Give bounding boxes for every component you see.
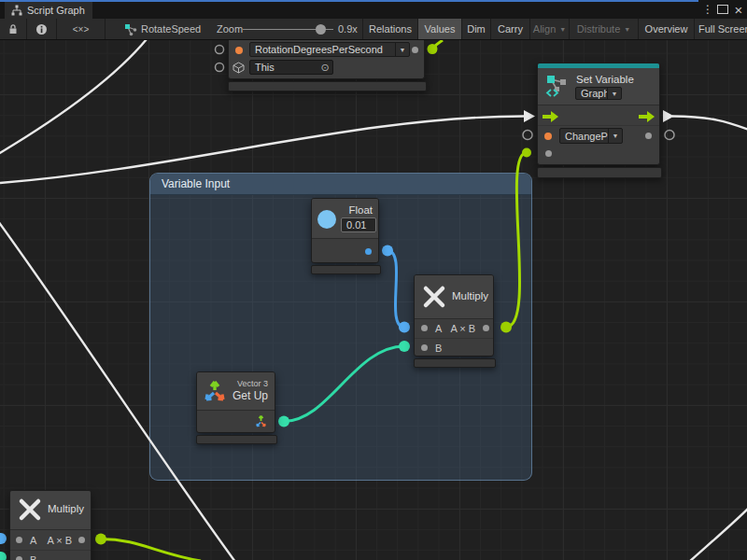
button-relations[interactable]: Relations — [363, 19, 417, 39]
wire-end-dot[interactable] — [500, 322, 512, 333]
tab-script-graph[interactable]: Script Graph — [5, 2, 92, 19]
float-type-icon — [317, 210, 336, 229]
button-full-screen[interactable]: Full Screen — [695, 19, 747, 39]
target-field[interactable]: This ⊙ — [249, 60, 333, 75]
chevron-down-icon: ▼ — [607, 88, 621, 99]
chevron-down-icon: ▼ — [608, 129, 622, 143]
value-output-port[interactable] — [645, 133, 652, 139]
float-value-field[interactable]: 0.01 — [341, 217, 376, 232]
node-set-variable[interactable]: Set Variable Graph ▼ ChangePos ▼ — [537, 63, 660, 165]
value-input-port[interactable] — [545, 150, 552, 157]
chevron-down-icon: ▼ — [395, 43, 409, 56]
focus-accent-line — [0, 0, 698, 2]
variable-port[interactable] — [544, 133, 552, 140]
variable-name: ChangePos — [560, 131, 608, 142]
variable-port[interactable] — [235, 47, 243, 54]
wire-end-dot[interactable] — [399, 341, 410, 352]
script-graph-window: Variable Input — [0, 0, 747, 560]
multiply-icon — [18, 497, 42, 522]
wire-end-dot[interactable] — [522, 148, 531, 158]
info-button[interactable] — [27, 19, 56, 39]
node-header[interactable]: Vector 3 Get Up — [197, 372, 275, 411]
tab-title: Script Graph — [27, 5, 85, 16]
node-title: Get Up — [233, 389, 268, 402]
node-title: Multiply — [452, 290, 488, 301]
value-output-port[interactable] — [412, 47, 418, 53]
node-type-label: Vector 3 — [237, 379, 268, 388]
group-title: Variable Input — [162, 177, 230, 190]
port-label-result: A × B — [450, 323, 475, 334]
node-title: Float — [348, 204, 373, 216]
flow-in-arrow-icon[interactable] — [543, 110, 559, 123]
menu-kebab-icon[interactable]: ⋮ — [701, 0, 714, 19]
zoom-value: 0.9x — [338, 19, 358, 39]
button-values[interactable]: Values — [418, 19, 461, 39]
flow-out-arrow-icon[interactable] — [639, 110, 655, 123]
input-port-b[interactable] — [16, 556, 22, 560]
node-multiply-2[interactable]: Multiply A A × B B — [9, 490, 92, 560]
code-view-button[interactable]: <×> — [57, 19, 105, 39]
variable-name: RotationDegreesPerSecond — [250, 44, 395, 55]
port-label-b: B — [435, 343, 442, 354]
maximize-icon[interactable] — [715, 0, 730, 19]
input-port-b[interactable] — [421, 344, 428, 351]
object-picker-icon[interactable]: ⊙ — [317, 62, 332, 74]
close-icon[interactable]: × — [732, 0, 745, 19]
lock-icon — [7, 23, 19, 35]
scope-value: Graph — [576, 88, 607, 99]
group-header[interactable]: Variable Input — [150, 174, 531, 195]
input-port-a[interactable] — [421, 325, 428, 331]
node-header[interactable]: Float 0.01 — [312, 199, 378, 239]
value-output-port[interactable] — [365, 248, 372, 255]
graph-hierarchy-icon — [11, 5, 22, 16]
button-dim[interactable]: Dim — [462, 19, 490, 39]
wire-end-dot[interactable] — [399, 322, 410, 333]
wire-end-dot[interactable] — [278, 416, 289, 427]
variable-name-dropdown[interactable]: ChangePos ▼ — [559, 128, 623, 144]
node-header[interactable]: Set Variable Graph ▼ — [538, 68, 659, 105]
maximize-glyph — [717, 5, 728, 14]
node-get-variable[interactable]: RotationDegreesPerSecond ▼ This ⊙ — [228, 40, 425, 79]
button-distribute[interactable]: Distribute ▼ — [570, 19, 638, 39]
node-footer[interactable] — [228, 81, 427, 91]
node-header[interactable]: Multiply — [10, 491, 91, 530]
lock-button[interactable] — [0, 19, 26, 39]
port-label-result: A × B — [47, 535, 72, 546]
button-carry[interactable]: Carry — [491, 19, 529, 39]
vector3-icon — [203, 379, 228, 404]
node-vector3-get-up[interactable]: Vector 3 Get Up — [196, 371, 275, 433]
info-icon — [35, 23, 48, 35]
wire-end-dot[interactable] — [95, 534, 106, 545]
chevron-down-icon: ▼ — [624, 26, 630, 33]
zoom-label: Zoom — [217, 19, 243, 39]
variable-name-dropdown[interactable]: RotationDegreesPerSecond ▼ — [249, 42, 410, 57]
cube-icon — [233, 62, 245, 74]
node-header[interactable]: Multiply — [415, 275, 493, 319]
node-footer[interactable] — [537, 167, 662, 178]
node-float[interactable]: Float 0.01 — [311, 198, 379, 263]
graph-reference-icon — [124, 23, 137, 36]
float-value: 0.01 — [342, 219, 375, 231]
set-variable-icon — [544, 73, 570, 98]
port-label-b: B — [30, 554, 36, 560]
port-label-a: A — [30, 535, 36, 546]
scope-dropdown[interactable]: Graph ▼ — [575, 87, 622, 100]
output-port[interactable] — [78, 537, 85, 543]
wire-end-dot[interactable] — [382, 245, 393, 257]
button-align[interactable]: Align ▼ — [530, 19, 569, 39]
multiply-icon — [422, 285, 446, 309]
node-footer[interactable] — [311, 265, 381, 274]
output-port[interactable] — [483, 325, 489, 331]
node-title: Set Variable — [576, 74, 634, 85]
button-overview[interactable]: Overview — [639, 19, 694, 39]
wire-end-dot[interactable] — [428, 44, 438, 54]
vector3-port-icon[interactable] — [254, 414, 268, 428]
zoom-slider-handle[interactable] — [316, 24, 326, 35]
node-title: Multiply — [48, 503, 84, 514]
node-footer[interactable] — [414, 358, 496, 368]
toolbar: <×> RotateSpeed Zoom 0.9x Relations Valu… — [0, 19, 747, 40]
node-footer[interactable] — [196, 435, 277, 444]
chevron-down-icon: ▼ — [559, 26, 566, 33]
node-multiply[interactable]: Multiply A A × B B — [414, 274, 494, 357]
input-port-a[interactable] — [16, 537, 22, 543]
